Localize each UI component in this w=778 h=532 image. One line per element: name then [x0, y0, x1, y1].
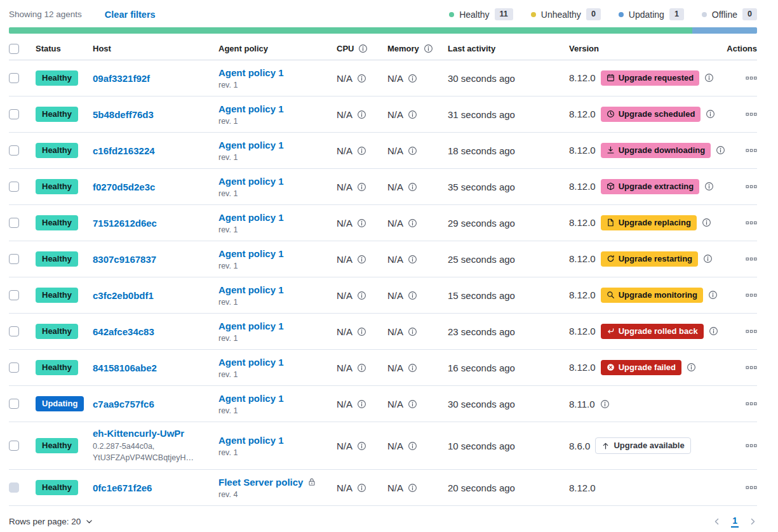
agents-table: Status Host Agent policy CPU Memory Last…	[9, 37, 757, 506]
agent-policy-link[interactable]: Agent policy 1	[218, 284, 284, 295]
host-link[interactable]: 71512612d6ec	[93, 218, 157, 229]
host-link[interactable]: 5b48deff76d3	[93, 109, 154, 120]
agent-policy-link[interactable]: Agent policy 1	[218, 248, 284, 259]
agent-policy-link[interactable]: Agent policy 1	[218, 212, 284, 223]
previous-page-button[interactable]	[713, 517, 721, 526]
row-checkbox[interactable]	[9, 482, 19, 493]
agent-policy-link[interactable]: Agent policy 1	[218, 357, 284, 368]
agent-policy-link[interactable]: Agent policy 1	[218, 393, 284, 404]
host-link[interactable]: 642afce34c83	[93, 326, 154, 337]
upgrade-info-icon[interactable]	[704, 73, 714, 83]
row-checkbox[interactable]	[9, 145, 19, 156]
row-checkbox[interactable]	[9, 290, 19, 300]
row-checkbox[interactable]	[9, 73, 19, 83]
actions-menu-button[interactable]	[746, 145, 757, 156]
memory-info-icon[interactable]	[408, 363, 417, 373]
host-link[interactable]: eh-Kittencurly-UwPr	[93, 428, 184, 439]
actions-menu-button[interactable]	[746, 398, 757, 409]
rows-per-page-button[interactable]: Rows per page: 20	[9, 517, 93, 526]
cpu-info-icon[interactable]	[357, 110, 366, 119]
clear-filters-link[interactable]: Clear filters	[105, 10, 156, 20]
legend-item-offline[interactable]: Offline0	[702, 8, 757, 20]
cpu-info-icon[interactable]	[357, 327, 366, 336]
upgrade-info-icon[interactable]	[706, 109, 715, 119]
memory-info-icon[interactable]	[408, 74, 417, 83]
host-link[interactable]: 0fc1e671f2e6	[93, 482, 152, 493]
cpu-info-icon[interactable]	[357, 146, 366, 156]
row-checkbox[interactable]	[9, 362, 19, 373]
agent-policy-link[interactable]: Agent policy 1	[218, 321, 284, 331]
cpu-info-icon[interactable]	[357, 363, 366, 373]
upgrade-info-icon[interactable]	[708, 290, 718, 300]
actions-menu-button[interactable]	[746, 482, 757, 493]
cpu-info-icon[interactable]	[357, 74, 366, 83]
agent-policy-link[interactable]: Agent policy 1	[218, 103, 284, 114]
row-checkbox[interactable]	[9, 254, 19, 264]
row-checkbox[interactable]	[9, 399, 19, 409]
cpu-header-info-icon[interactable]	[358, 44, 368, 53]
cpu-info-icon[interactable]	[357, 218, 366, 228]
actions-menu-button[interactable]	[746, 326, 757, 337]
memory-info-icon[interactable]	[408, 182, 417, 192]
actions-menu-button[interactable]	[746, 289, 757, 301]
memory-info-icon[interactable]	[408, 291, 417, 300]
actions-menu-button[interactable]	[746, 109, 757, 120]
agent-policy-link[interactable]: Agent policy 1	[218, 176, 284, 187]
memory-info-icon[interactable]	[408, 441, 417, 451]
upgrade-info-icon[interactable]	[709, 326, 718, 336]
upgrade-info-icon[interactable]	[600, 399, 610, 409]
memory-info-icon[interactable]	[408, 146, 417, 156]
actions-menu-button[interactable]	[746, 440, 757, 451]
legend-label: Updating	[629, 10, 664, 20]
row-checkbox[interactable]	[9, 326, 19, 336]
page-1-button[interactable]: 1	[731, 515, 739, 528]
memory-info-icon[interactable]	[408, 218, 417, 228]
agent-policy-link[interactable]: Agent policy 1	[218, 435, 284, 446]
host-link[interactable]: c7aa9c757fc6	[93, 399, 154, 409]
host-link[interactable]: c3fc2eb0bdf1	[93, 290, 154, 301]
memory-info-icon[interactable]	[408, 327, 417, 336]
legend-item-unhealthy[interactable]: Unhealthy0	[531, 8, 601, 20]
actions-menu-button[interactable]	[746, 181, 757, 192]
upgrade-info-icon[interactable]	[703, 254, 713, 263]
status-badge: Healthy	[36, 480, 78, 495]
row-checkbox[interactable]	[9, 182, 19, 192]
upgrade-info-icon[interactable]	[704, 182, 714, 191]
host-link[interactable]: 84158106abe2	[93, 362, 157, 373]
next-page-button[interactable]	[749, 517, 757, 526]
memory-info-icon[interactable]	[408, 110, 417, 119]
cpu-info-icon[interactable]	[357, 483, 366, 493]
upgrade-info-icon[interactable]	[716, 145, 725, 155]
agent-policy-link[interactable]: Agent policy 1	[218, 140, 284, 150]
memory-value: N/A	[387, 482, 403, 493]
row-checkbox[interactable]	[9, 441, 19, 451]
host-link[interactable]: f0270d5d2e3c	[93, 182, 155, 192]
cpu-info-icon[interactable]	[357, 182, 366, 192]
agent-policy-link[interactable]: Fleet Server policy	[218, 477, 303, 488]
upgrade-status-badge: Upgrade scheduled	[601, 107, 701, 122]
host-link[interactable]: 09af3321f92f	[93, 73, 150, 84]
memory-info-icon[interactable]	[408, 399, 417, 409]
legend-item-updating[interactable]: Updating1	[619, 8, 684, 20]
cpu-info-icon[interactable]	[357, 255, 366, 264]
row-checkbox[interactable]	[9, 109, 19, 119]
upgrade-info-icon[interactable]	[702, 218, 711, 227]
row-checkbox[interactable]	[9, 218, 19, 228]
cpu-info-icon[interactable]	[357, 399, 366, 409]
select-all-checkbox[interactable]	[9, 44, 19, 54]
actions-menu-button[interactable]	[746, 72, 757, 84]
actions-menu-button[interactable]	[746, 253, 757, 265]
cpu-info-icon[interactable]	[357, 291, 366, 300]
host-link[interactable]: 8307c9167837	[93, 254, 156, 265]
legend-item-healthy[interactable]: Healthy11	[449, 8, 513, 20]
cpu-info-icon[interactable]	[357, 441, 366, 451]
cpu-value: N/A	[337, 290, 352, 301]
memory-info-icon[interactable]	[408, 255, 417, 264]
host-link[interactable]: c16fd2163224	[93, 145, 155, 156]
memory-header-info-icon[interactable]	[424, 44, 433, 53]
upgrade-info-icon[interactable]	[687, 362, 696, 372]
agent-policy-link[interactable]: Agent policy 1	[218, 67, 284, 78]
actions-menu-button[interactable]	[746, 362, 757, 373]
actions-menu-button[interactable]	[746, 217, 757, 229]
memory-info-icon[interactable]	[408, 483, 417, 493]
